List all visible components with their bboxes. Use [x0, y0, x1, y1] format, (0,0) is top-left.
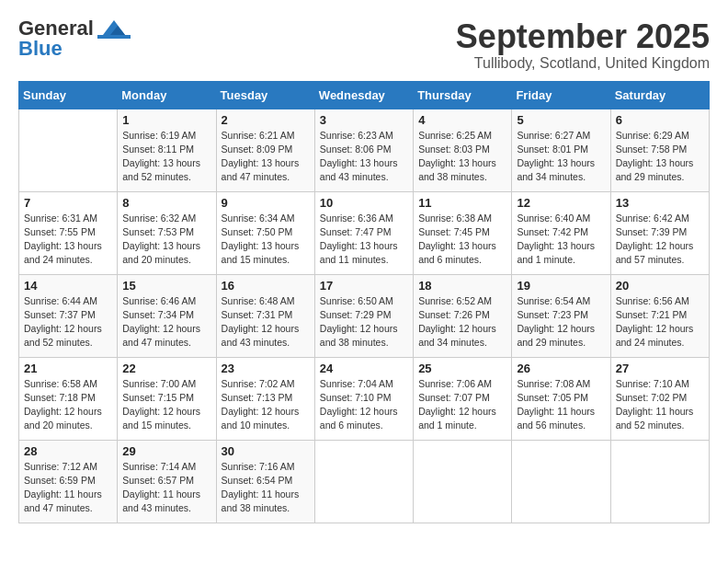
- day-info: Sunrise: 6:23 AMSunset: 8:06 PMDaylight:…: [320, 129, 408, 185]
- day-info: Sunrise: 6:58 AMSunset: 7:18 PMDaylight:…: [24, 377, 112, 433]
- calendar-cell: 7Sunrise: 6:31 AMSunset: 7:55 PMDaylight…: [19, 191, 118, 274]
- col-header-wednesday: Wednesday: [314, 81, 413, 109]
- calendar-cell: [19, 109, 118, 191]
- day-info: Sunrise: 7:08 AMSunset: 7:05 PMDaylight:…: [517, 377, 605, 433]
- day-number: 18: [418, 279, 506, 293]
- calendar-cell: 29Sunrise: 7:14 AMSunset: 6:57 PMDayligh…: [118, 440, 216, 523]
- day-number: 17: [320, 279, 408, 293]
- calendar-cell: 5Sunrise: 6:27 AMSunset: 8:01 PMDaylight…: [512, 109, 610, 191]
- day-info: Sunrise: 6:42 AMSunset: 7:39 PMDaylight:…: [616, 212, 704, 268]
- day-info: Sunrise: 6:31 AMSunset: 7:55 PMDaylight:…: [24, 212, 112, 268]
- calendar-cell: 22Sunrise: 7:00 AMSunset: 7:15 PMDayligh…: [118, 357, 216, 440]
- calendar-cell: [512, 440, 610, 523]
- calendar-cell: 3Sunrise: 6:23 AMSunset: 8:06 PMDaylight…: [314, 109, 413, 191]
- day-number: 10: [320, 196, 408, 210]
- calendar-cell: 14Sunrise: 6:44 AMSunset: 7:37 PMDayligh…: [19, 274, 118, 357]
- day-number: 14: [24, 279, 112, 293]
- day-number: 13: [616, 196, 704, 210]
- day-info: Sunrise: 6:21 AMSunset: 8:09 PMDaylight:…: [222, 129, 310, 185]
- calendar-cell: 18Sunrise: 6:52 AMSunset: 7:26 PMDayligh…: [414, 274, 512, 357]
- col-header-friday: Friday: [512, 81, 610, 109]
- day-number: 29: [122, 444, 210, 458]
- day-info: Sunrise: 6:50 AMSunset: 7:29 PMDaylight:…: [320, 294, 408, 350]
- day-info: Sunrise: 6:27 AMSunset: 8:01 PMDaylight:…: [517, 129, 605, 185]
- col-header-sunday: Sunday: [19, 81, 118, 109]
- day-number: 23: [222, 362, 310, 375]
- calendar-cell: 16Sunrise: 6:48 AMSunset: 7:31 PMDayligh…: [216, 274, 314, 357]
- calendar-cell: 10Sunrise: 6:36 AMSunset: 7:47 PMDayligh…: [314, 191, 413, 274]
- calendar-cell: 1Sunrise: 6:19 AMSunset: 8:11 PMDaylight…: [118, 109, 216, 191]
- day-number: 25: [418, 362, 506, 375]
- day-number: 24: [320, 362, 408, 375]
- day-info: Sunrise: 7:16 AMSunset: 6:54 PMDaylight:…: [222, 460, 310, 516]
- day-info: Sunrise: 7:02 AMSunset: 7:13 PMDaylight:…: [222, 377, 310, 433]
- calendar-cell: 21Sunrise: 6:58 AMSunset: 7:18 PMDayligh…: [19, 357, 118, 440]
- day-number: 19: [517, 279, 605, 293]
- day-number: 1: [122, 113, 210, 127]
- calendar-cell: 4Sunrise: 6:25 AMSunset: 8:03 PMDaylight…: [414, 109, 512, 191]
- day-info: Sunrise: 6:54 AMSunset: 7:23 PMDaylight:…: [517, 294, 605, 350]
- calendar-week-4: 21Sunrise: 6:58 AMSunset: 7:18 PMDayligh…: [19, 357, 710, 440]
- col-header-tuesday: Tuesday: [216, 81, 314, 109]
- day-info: Sunrise: 7:04 AMSunset: 7:10 PMDaylight:…: [320, 377, 408, 433]
- day-info: Sunrise: 6:36 AMSunset: 7:47 PMDaylight:…: [320, 212, 408, 268]
- day-info: Sunrise: 6:19 AMSunset: 8:11 PMDaylight:…: [122, 129, 210, 185]
- calendar-cell: 11Sunrise: 6:38 AMSunset: 7:45 PMDayligh…: [414, 191, 512, 274]
- day-info: Sunrise: 6:44 AMSunset: 7:37 PMDaylight:…: [24, 294, 112, 350]
- day-info: Sunrise: 6:32 AMSunset: 7:53 PMDaylight:…: [122, 212, 210, 268]
- day-number: 21: [24, 362, 112, 375]
- calendar-cell: [314, 440, 413, 523]
- day-number: 4: [418, 113, 506, 127]
- day-info: Sunrise: 6:56 AMSunset: 7:21 PMDaylight:…: [616, 294, 704, 350]
- calendar-cell: 27Sunrise: 7:10 AMSunset: 7:02 PMDayligh…: [610, 357, 709, 440]
- calendar-cell: 2Sunrise: 6:21 AMSunset: 8:09 PMDaylight…: [216, 109, 314, 191]
- calendar-week-2: 7Sunrise: 6:31 AMSunset: 7:55 PMDaylight…: [19, 191, 710, 274]
- day-number: 2: [222, 113, 310, 127]
- calendar-cell: 20Sunrise: 6:56 AMSunset: 7:21 PMDayligh…: [610, 274, 709, 357]
- day-info: Sunrise: 6:38 AMSunset: 7:45 PMDaylight:…: [418, 212, 506, 268]
- day-info: Sunrise: 6:52 AMSunset: 7:26 PMDaylight:…: [418, 294, 506, 350]
- calendar-cell: 19Sunrise: 6:54 AMSunset: 7:23 PMDayligh…: [512, 274, 610, 357]
- day-number: 16: [222, 279, 310, 293]
- col-header-saturday: Saturday: [610, 81, 709, 109]
- calendar-week-3: 14Sunrise: 6:44 AMSunset: 7:37 PMDayligh…: [19, 274, 710, 357]
- day-info: Sunrise: 6:40 AMSunset: 7:42 PMDaylight:…: [517, 212, 605, 268]
- calendar-cell: 23Sunrise: 7:02 AMSunset: 7:13 PMDayligh…: [216, 357, 314, 440]
- calendar-cell: [610, 440, 709, 523]
- calendar-cell: 17Sunrise: 6:50 AMSunset: 7:29 PMDayligh…: [314, 274, 413, 357]
- svg-rect-2: [97, 35, 131, 39]
- day-number: 30: [222, 444, 310, 458]
- day-number: 8: [122, 196, 210, 210]
- day-number: 7: [24, 196, 112, 210]
- day-number: 27: [616, 362, 704, 375]
- day-info: Sunrise: 7:10 AMSunset: 7:02 PMDaylight:…: [616, 377, 704, 433]
- day-info: Sunrise: 7:14 AMSunset: 6:57 PMDaylight:…: [122, 460, 210, 516]
- day-number: 20: [616, 279, 704, 293]
- calendar-cell: 24Sunrise: 7:04 AMSunset: 7:10 PMDayligh…: [314, 357, 413, 440]
- calendar-cell: 15Sunrise: 6:46 AMSunset: 7:34 PMDayligh…: [118, 274, 216, 357]
- calendar-table: SundayMondayTuesdayWednesdayThursdayFrid…: [18, 81, 710, 523]
- day-number: 26: [517, 362, 605, 375]
- day-info: Sunrise: 7:00 AMSunset: 7:15 PMDaylight:…: [122, 377, 210, 433]
- day-number: 5: [517, 113, 605, 127]
- day-info: Sunrise: 6:48 AMSunset: 7:31 PMDaylight:…: [222, 294, 310, 350]
- calendar-cell: 30Sunrise: 7:16 AMSunset: 6:54 PMDayligh…: [216, 440, 314, 523]
- day-info: Sunrise: 6:25 AMSunset: 8:03 PMDaylight:…: [418, 129, 506, 185]
- day-number: 3: [320, 113, 408, 127]
- calendar-cell: 13Sunrise: 6:42 AMSunset: 7:39 PMDayligh…: [610, 191, 709, 274]
- day-number: 6: [616, 113, 704, 127]
- col-header-thursday: Thursday: [414, 81, 512, 109]
- calendar-cell: 8Sunrise: 6:32 AMSunset: 7:53 PMDaylight…: [118, 191, 216, 274]
- calendar-cell: 26Sunrise: 7:08 AMSunset: 7:05 PMDayligh…: [512, 357, 610, 440]
- calendar-cell: 12Sunrise: 6:40 AMSunset: 7:42 PMDayligh…: [512, 191, 610, 274]
- page-header: General Blue September 2025 Tullibody, S…: [18, 18, 710, 72]
- calendar-cell: 9Sunrise: 6:34 AMSunset: 7:50 PMDaylight…: [216, 191, 314, 274]
- col-header-monday: Monday: [118, 81, 216, 109]
- logo-blue-text: Blue: [18, 39, 63, 59]
- day-number: 22: [122, 362, 210, 375]
- calendar-cell: [414, 440, 512, 523]
- day-info: Sunrise: 7:06 AMSunset: 7:07 PMDaylight:…: [418, 377, 506, 433]
- location-text: Tullibody, Scotland, United Kingdom: [456, 55, 710, 72]
- month-title: September 2025: [456, 18, 710, 55]
- day-number: 11: [418, 196, 506, 210]
